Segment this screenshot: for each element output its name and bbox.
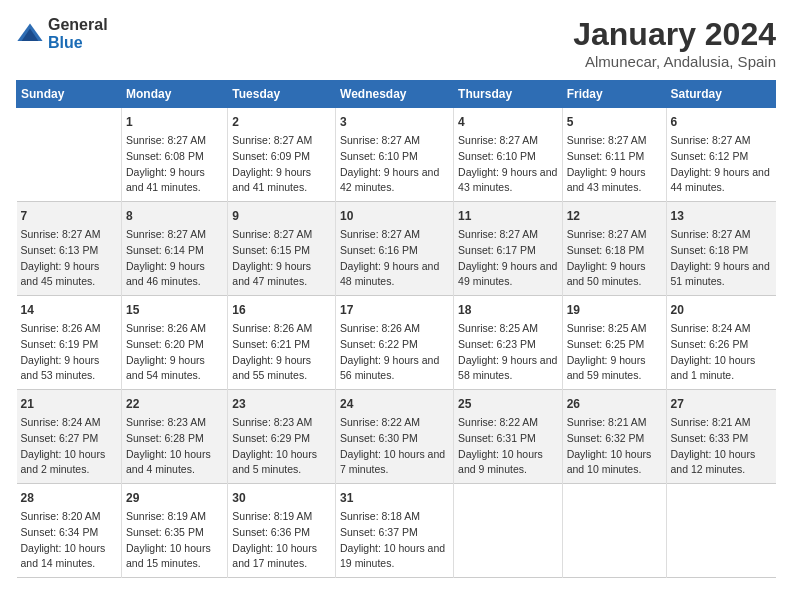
calendar-cell: 26Sunrise: 8:21 AMSunset: 6:32 PMDayligh… (562, 390, 666, 484)
day-number: 4 (458, 113, 558, 131)
calendar-cell: 8Sunrise: 8:27 AMSunset: 6:14 PMDaylight… (122, 202, 228, 296)
day-info: Sunrise: 8:24 AMSunset: 6:26 PMDaylight:… (671, 321, 772, 384)
day-info: Sunrise: 8:27 AMSunset: 6:08 PMDaylight:… (126, 133, 223, 196)
logo-icon (16, 20, 44, 48)
day-info: Sunrise: 8:27 AMSunset: 6:13 PMDaylight:… (21, 227, 118, 290)
day-number: 23 (232, 395, 331, 413)
calendar-cell (17, 108, 122, 202)
calendar-cell: 20Sunrise: 8:24 AMSunset: 6:26 PMDayligh… (666, 296, 776, 390)
column-header-friday: Friday (562, 81, 666, 108)
day-number: 11 (458, 207, 558, 225)
day-number: 26 (567, 395, 662, 413)
logo: General Blue (16, 16, 108, 51)
day-info: Sunrise: 8:27 AMSunset: 6:18 PMDaylight:… (671, 227, 772, 290)
day-info: Sunrise: 8:19 AMSunset: 6:36 PMDaylight:… (232, 509, 331, 572)
calendar-cell: 1Sunrise: 8:27 AMSunset: 6:08 PMDaylight… (122, 108, 228, 202)
day-info: Sunrise: 8:21 AMSunset: 6:32 PMDaylight:… (567, 415, 662, 478)
day-number: 5 (567, 113, 662, 131)
calendar-cell: 23Sunrise: 8:23 AMSunset: 6:29 PMDayligh… (228, 390, 336, 484)
calendar-cell (666, 484, 776, 578)
calendar-cell (454, 484, 563, 578)
day-number: 28 (21, 489, 118, 507)
header-row: SundayMondayTuesdayWednesdayThursdayFrid… (17, 81, 776, 108)
day-info: Sunrise: 8:27 AMSunset: 6:15 PMDaylight:… (232, 227, 331, 290)
calendar-cell: 27Sunrise: 8:21 AMSunset: 6:33 PMDayligh… (666, 390, 776, 484)
day-info: Sunrise: 8:27 AMSunset: 6:18 PMDaylight:… (567, 227, 662, 290)
calendar-cell: 6Sunrise: 8:27 AMSunset: 6:12 PMDaylight… (666, 108, 776, 202)
day-info: Sunrise: 8:27 AMSunset: 6:14 PMDaylight:… (126, 227, 223, 290)
calendar-cell: 14Sunrise: 8:26 AMSunset: 6:19 PMDayligh… (17, 296, 122, 390)
day-info: Sunrise: 8:25 AMSunset: 6:23 PMDaylight:… (458, 321, 558, 384)
day-info: Sunrise: 8:21 AMSunset: 6:33 PMDaylight:… (671, 415, 772, 478)
day-number: 1 (126, 113, 223, 131)
column-header-wednesday: Wednesday (336, 81, 454, 108)
day-info: Sunrise: 8:19 AMSunset: 6:35 PMDaylight:… (126, 509, 223, 572)
day-number: 6 (671, 113, 772, 131)
day-info: Sunrise: 8:18 AMSunset: 6:37 PMDaylight:… (340, 509, 449, 572)
column-header-saturday: Saturday (666, 81, 776, 108)
day-number: 30 (232, 489, 331, 507)
calendar-cell: 2Sunrise: 8:27 AMSunset: 6:09 PMDaylight… (228, 108, 336, 202)
calendar-cell: 29Sunrise: 8:19 AMSunset: 6:35 PMDayligh… (122, 484, 228, 578)
day-number: 21 (21, 395, 118, 413)
calendar-cell: 19Sunrise: 8:25 AMSunset: 6:25 PMDayligh… (562, 296, 666, 390)
title-block: January 2024 Almunecar, Andalusia, Spain (573, 16, 776, 70)
calendar-cell: 10Sunrise: 8:27 AMSunset: 6:16 PMDayligh… (336, 202, 454, 296)
day-number: 12 (567, 207, 662, 225)
calendar-cell: 30Sunrise: 8:19 AMSunset: 6:36 PMDayligh… (228, 484, 336, 578)
day-number: 18 (458, 301, 558, 319)
day-number: 15 (126, 301, 223, 319)
week-row-3: 14Sunrise: 8:26 AMSunset: 6:19 PMDayligh… (17, 296, 776, 390)
day-info: Sunrise: 8:22 AMSunset: 6:31 PMDaylight:… (458, 415, 558, 478)
calendar-table: SundayMondayTuesdayWednesdayThursdayFrid… (16, 80, 776, 578)
calendar-cell: 25Sunrise: 8:22 AMSunset: 6:31 PMDayligh… (454, 390, 563, 484)
calendar-cell: 12Sunrise: 8:27 AMSunset: 6:18 PMDayligh… (562, 202, 666, 296)
subtitle: Almunecar, Andalusia, Spain (573, 53, 776, 70)
calendar-cell: 31Sunrise: 8:18 AMSunset: 6:37 PMDayligh… (336, 484, 454, 578)
week-row-4: 21Sunrise: 8:24 AMSunset: 6:27 PMDayligh… (17, 390, 776, 484)
day-number: 20 (671, 301, 772, 319)
day-info: Sunrise: 8:22 AMSunset: 6:30 PMDaylight:… (340, 415, 449, 478)
calendar-cell: 22Sunrise: 8:23 AMSunset: 6:28 PMDayligh… (122, 390, 228, 484)
day-number: 19 (567, 301, 662, 319)
logo-text: General Blue (48, 16, 108, 51)
week-row-2: 7Sunrise: 8:27 AMSunset: 6:13 PMDaylight… (17, 202, 776, 296)
calendar-cell: 11Sunrise: 8:27 AMSunset: 6:17 PMDayligh… (454, 202, 563, 296)
day-number: 13 (671, 207, 772, 225)
calendar-cell: 3Sunrise: 8:27 AMSunset: 6:10 PMDaylight… (336, 108, 454, 202)
day-info: Sunrise: 8:23 AMSunset: 6:29 PMDaylight:… (232, 415, 331, 478)
main-title: January 2024 (573, 16, 776, 53)
column-header-thursday: Thursday (454, 81, 563, 108)
day-number: 17 (340, 301, 449, 319)
day-number: 25 (458, 395, 558, 413)
day-number: 27 (671, 395, 772, 413)
logo-general-text: General (48, 16, 108, 34)
day-number: 29 (126, 489, 223, 507)
calendar-cell: 28Sunrise: 8:20 AMSunset: 6:34 PMDayligh… (17, 484, 122, 578)
day-info: Sunrise: 8:26 AMSunset: 6:21 PMDaylight:… (232, 321, 331, 384)
calendar-cell: 9Sunrise: 8:27 AMSunset: 6:15 PMDaylight… (228, 202, 336, 296)
calendar-cell: 15Sunrise: 8:26 AMSunset: 6:20 PMDayligh… (122, 296, 228, 390)
week-row-5: 28Sunrise: 8:20 AMSunset: 6:34 PMDayligh… (17, 484, 776, 578)
logo-blue-text: Blue (48, 34, 108, 52)
column-header-sunday: Sunday (17, 81, 122, 108)
calendar-cell: 21Sunrise: 8:24 AMSunset: 6:27 PMDayligh… (17, 390, 122, 484)
calendar-cell: 4Sunrise: 8:27 AMSunset: 6:10 PMDaylight… (454, 108, 563, 202)
calendar-cell: 5Sunrise: 8:27 AMSunset: 6:11 PMDaylight… (562, 108, 666, 202)
day-info: Sunrise: 8:23 AMSunset: 6:28 PMDaylight:… (126, 415, 223, 478)
page-header: General Blue January 2024 Almunecar, And… (16, 16, 776, 70)
calendar-cell: 16Sunrise: 8:26 AMSunset: 6:21 PMDayligh… (228, 296, 336, 390)
day-info: Sunrise: 8:27 AMSunset: 6:09 PMDaylight:… (232, 133, 331, 196)
day-info: Sunrise: 8:26 AMSunset: 6:22 PMDaylight:… (340, 321, 449, 384)
day-number: 31 (340, 489, 449, 507)
day-info: Sunrise: 8:25 AMSunset: 6:25 PMDaylight:… (567, 321, 662, 384)
day-info: Sunrise: 8:27 AMSunset: 6:10 PMDaylight:… (340, 133, 449, 196)
calendar-cell: 17Sunrise: 8:26 AMSunset: 6:22 PMDayligh… (336, 296, 454, 390)
day-info: Sunrise: 8:27 AMSunset: 6:17 PMDaylight:… (458, 227, 558, 290)
day-number: 8 (126, 207, 223, 225)
day-number: 16 (232, 301, 331, 319)
day-info: Sunrise: 8:26 AMSunset: 6:20 PMDaylight:… (126, 321, 223, 384)
day-info: Sunrise: 8:24 AMSunset: 6:27 PMDaylight:… (21, 415, 118, 478)
day-number: 7 (21, 207, 118, 225)
calendar-cell: 18Sunrise: 8:25 AMSunset: 6:23 PMDayligh… (454, 296, 563, 390)
